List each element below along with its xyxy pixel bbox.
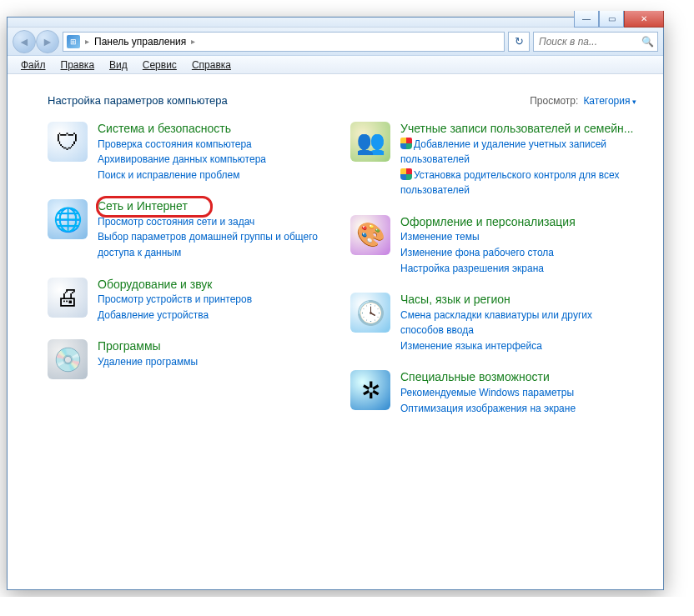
category-link-text: Изменение темы <box>400 231 480 243</box>
category-link[interactable]: Поиск и исправление проблем <box>98 168 334 183</box>
category-body: Оборудование и звукПросмотр устройств и … <box>98 278 334 323</box>
control-panel-window: ◄ ► ⊞ ▸ Панель управления ▸ ↻ 🔍 Файл Пра… <box>7 17 664 590</box>
category-link[interactable]: Просмотр устройств и принтеров <box>98 292 334 308</box>
category-column-left: 🛡Система и безопасностьПроверка состояни… <box>48 122 334 416</box>
category-система-и-безопасность: 🛡Система и безопасностьПроверка состояни… <box>48 122 334 183</box>
category-body: Сеть и ИнтернетПросмотр состояния сети и… <box>98 199 334 260</box>
category-title[interactable]: Оформление и персонализация <box>400 215 636 230</box>
category-link[interactable]: Оптимизация изображения на экране <box>400 401 636 417</box>
category-columns: 🛡Система и безопасностьПроверка состояни… <box>48 122 636 416</box>
category-title[interactable]: Специальные возможности <box>400 370 636 385</box>
shield-icon <box>400 168 412 180</box>
category-body: Система и безопасностьПроверка состояния… <box>98 122 334 183</box>
navigation-bar: ◄ ► ⊞ ▸ Панель управления ▸ ↻ 🔍 <box>8 28 663 56</box>
minimize-button[interactable] <box>574 11 599 28</box>
category-link-text: Изменение языка интерфейса <box>400 340 542 352</box>
chevron-right-icon: ▸ <box>191 37 195 46</box>
category-link[interactable]: Настройка разрешения экрана <box>400 261 636 277</box>
content-area: Настройка параметров компьютера Просмотр… <box>8 74 663 589</box>
category-часы-язык-и-регион: 🕓Часы, язык и регионСмена раскладки клав… <box>350 293 636 353</box>
category-link-text: Добавление и удаление учетных записей по… <box>400 138 606 166</box>
category-icon: ✲ <box>350 370 390 410</box>
category-body: Часы, язык и регионСмена раскладки клави… <box>400 293 636 353</box>
category-title[interactable]: Учетные записи пользователей и семейн... <box>400 122 636 137</box>
category-link[interactable]: Проверка состояния компьютера <box>98 137 334 153</box>
category-link[interactable]: Установка родительского контроля для все… <box>400 168 636 198</box>
category-link-text: Установка родительского контроля для все… <box>400 169 620 197</box>
category-icon: 🌐 <box>48 199 88 239</box>
category-link[interactable]: Добавление устройства <box>98 308 334 323</box>
menu-view[interactable]: Вид <box>103 58 134 73</box>
category-link[interactable]: Выбор параметров домашней группы и общег… <box>98 229 334 260</box>
category-title[interactable]: Оборудование и звук <box>98 278 334 293</box>
category-link-text: Поиск и исправление проблем <box>98 169 239 181</box>
search-box[interactable]: 🔍 <box>533 32 658 52</box>
menu-help[interactable]: Справка <box>185 58 238 73</box>
category-link[interactable]: Просмотр состояния сети и задач <box>98 214 334 230</box>
close-button[interactable] <box>624 11 664 28</box>
chevron-right-icon: ▸ <box>85 37 89 46</box>
category-link[interactable]: Рекомендуемые Windows параметры <box>400 385 636 401</box>
category-link-text: Проверка состояния компьютера <box>98 138 252 150</box>
category-body: Учетные записи пользователей и семейн...… <box>400 122 636 198</box>
breadcrumb-root[interactable]: Панель управления <box>94 36 186 48</box>
content-header: Настройка параметров компьютера Просмотр… <box>48 94 636 107</box>
view-by-label: Просмотр: <box>530 95 578 107</box>
category-link-text: Архивирование данных компьютера <box>98 153 266 165</box>
category-icon: 💿 <box>48 339 88 379</box>
menu-bar: Файл Правка Вид Сервис Справка <box>8 56 663 74</box>
category-link[interactable]: Добавление и удаление учетных записей по… <box>400 137 636 168</box>
category-title[interactable]: Программы <box>98 339 334 354</box>
category-link[interactable]: Изменение фона рабочего стола <box>400 245 636 261</box>
category-программы: 💿ПрограммыУдаление программы <box>48 339 334 379</box>
category-icon: 🎨 <box>350 215 390 255</box>
category-link-text: Настройка разрешения экрана <box>400 263 544 274</box>
category-link-text: Добавление устройства <box>98 309 209 321</box>
category-column-right: 👥Учетные записи пользователей и семейн..… <box>350 122 636 416</box>
category-link-text: Просмотр состояния сети и задач <box>98 216 254 228</box>
category-link[interactable]: Архивирование данных компьютера <box>98 152 334 168</box>
search-icon: 🔍 <box>641 36 654 48</box>
category-icon: 👥 <box>350 122 390 162</box>
menu-file[interactable]: Файл <box>14 58 53 73</box>
forward-button[interactable]: ► <box>36 30 59 53</box>
page-title: Настройка параметров компьютера <box>48 94 228 107</box>
category-icon: 🕓 <box>350 293 390 333</box>
menu-edit[interactable]: Правка <box>54 58 102 73</box>
search-input[interactable] <box>537 35 638 48</box>
menu-tools[interactable]: Сервис <box>136 58 184 73</box>
category-оборудование-и-звук: 🖨Оборудование и звукПросмотр устройств и… <box>48 278 334 323</box>
title-bar[interactable] <box>8 18 663 28</box>
maximize-button[interactable] <box>599 11 624 28</box>
shield-icon <box>400 138 412 149</box>
address-bar[interactable]: ⊞ ▸ Панель управления ▸ <box>63 32 505 52</box>
category-title[interactable]: Сеть и Интернет <box>98 199 334 214</box>
category-link[interactable]: Изменение языка интерфейса <box>400 338 636 354</box>
view-by-dropdown[interactable]: Категория <box>583 95 636 107</box>
category-link[interactable]: Изменение темы <box>400 229 636 245</box>
category-icon: 🖨 <box>48 278 88 318</box>
category-link-text: Удаление программы <box>98 356 198 368</box>
category-link-text: Изменение фона рабочего стола <box>400 247 554 258</box>
back-button[interactable]: ◄ <box>13 30 36 53</box>
category-title[interactable]: Часы, язык и регион <box>400 293 636 308</box>
category-link[interactable]: Удаление программы <box>98 354 334 370</box>
category-icon: 🛡 <box>48 122 88 162</box>
control-panel-icon: ⊞ <box>67 35 80 48</box>
window-controls <box>574 11 664 28</box>
category-link-text: Выбор параметров домашней группы и общег… <box>98 231 318 258</box>
category-учетные-записи-пользователей-и-семейн: 👥Учетные записи пользователей и семейн..… <box>350 122 636 198</box>
category-body: Оформление и персонализацияИзменение тем… <box>400 215 636 276</box>
category-link-text: Просмотр устройств и принтеров <box>98 293 252 305</box>
view-by: Просмотр: Категория <box>530 95 636 107</box>
category-title[interactable]: Система и безопасность <box>98 122 334 137</box>
category-специальные-возможности: ✲Специальные возможностиРекомендуемые Wi… <box>350 370 636 416</box>
nav-history-buttons: ◄ ► <box>13 30 59 53</box>
category-body: ПрограммыУдаление программы <box>98 339 334 379</box>
category-body: Специальные возможностиРекомендуемые Win… <box>400 370 636 416</box>
category-оформление-и-персонализация: 🎨Оформление и персонализацияИзменение те… <box>350 215 636 276</box>
refresh-button[interactable]: ↻ <box>508 32 530 52</box>
category-сеть-и-интернет: 🌐Сеть и ИнтернетПросмотр состояния сети … <box>48 199 334 260</box>
category-link[interactable]: Смена раскладки клавиатуры или других сп… <box>400 308 636 338</box>
category-link-text: Смена раскладки клавиатуры или других сп… <box>400 309 592 337</box>
